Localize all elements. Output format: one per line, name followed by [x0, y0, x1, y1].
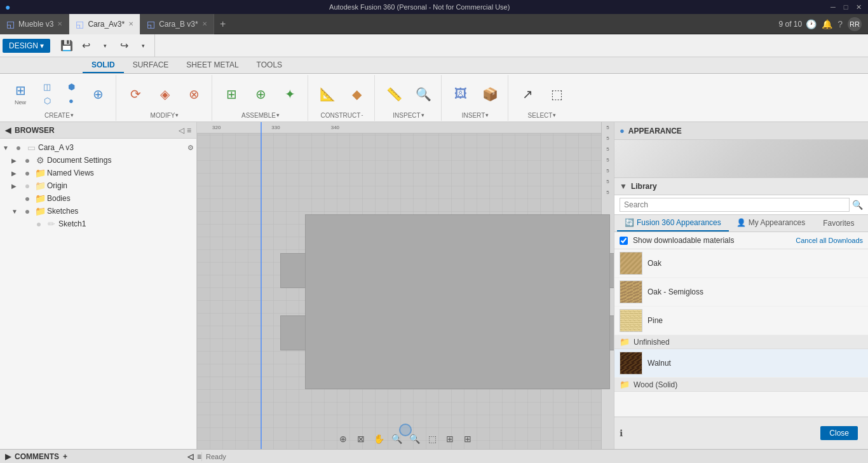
ribbon-btn-more-create[interactable]: ⊕: [84, 78, 112, 111]
comments-menu-btn[interactable]: ≡: [197, 452, 201, 461]
search-icon[interactable]: 🔍: [852, 200, 863, 210]
material-item-oak[interactable]: Oak: [614, 249, 868, 278]
ribbon-btn-insert-mesh[interactable]: 🖼: [447, 78, 475, 111]
ribbon-btn-joint-origin[interactable]: ⊕: [247, 78, 275, 111]
ribbon-btn-select[interactable]: ↗: [513, 78, 541, 111]
ribbon-btn-window-select[interactable]: ⬚: [543, 78, 571, 111]
assemble-group-label[interactable]: ASSEMBLE ▾: [241, 112, 280, 119]
design-dropdown-button[interactable]: DESIGN ▾: [3, 39, 50, 53]
canvas-btn-snap[interactable]: ⊕: [336, 431, 351, 446]
tree-root-item[interactable]: ▼ ● ▭ Cara_A v3 ⚙: [0, 141, 196, 154]
material-item-oak-semi[interactable]: Oak - Semigloss: [614, 278, 868, 307]
close-appearance-button[interactable]: Close: [820, 426, 858, 440]
canvas-btn-zoom-in[interactable]: 🔍: [389, 431, 404, 446]
named-views-vis[interactable]: ●: [22, 168, 33, 178]
minimize-button[interactable]: ─: [829, 3, 837, 11]
comments-pin-btn[interactable]: ◁: [187, 452, 193, 461]
tab-mueble-close[interactable]: ✕: [57, 20, 62, 27]
modify-group-label[interactable]: MODIFY ▾: [151, 112, 179, 119]
user-avatar[interactable]: RR: [848, 17, 862, 31]
ribbon-btn-revolve[interactable]: ⬡: [36, 95, 58, 107]
library-header[interactable]: ▼ Library: [614, 178, 868, 195]
undo-dropdown[interactable]: ▾: [96, 37, 114, 55]
ribbon-btn-shell[interactable]: ⊗: [180, 78, 208, 111]
canvas-btn-select-mode[interactable]: ⊠: [353, 431, 369, 446]
comments-expand-btn[interactable]: ▶: [5, 452, 11, 461]
ribbon-btn-offset-plane[interactable]: 📐: [313, 78, 341, 111]
ribbon-btn-motion-link[interactable]: ✦: [276, 78, 304, 111]
tab-cara-av3[interactable]: ◱ Cara_Av3* ✕: [69, 14, 140, 34]
insert-group-label[interactable]: INSERT ▾: [462, 112, 489, 119]
create-group-label[interactable]: CREATE ▾: [44, 112, 74, 119]
canvas-area[interactable]: 320 330 340 5 5 5 5 5 5 5 ⊕ ⊠ ✋ 🔍 �: [197, 122, 614, 449]
ribbon-btn-loft[interactable]: ●: [60, 95, 83, 107]
bell-icon[interactable]: 🔔: [822, 19, 832, 29]
maximize-button[interactable]: □: [841, 3, 850, 11]
library-collapse-icon: ▼: [620, 182, 627, 191]
save-button[interactable]: 💾: [58, 37, 76, 55]
tab-fusion-appearances[interactable]: 🔄 Fusion 360 Appearances: [617, 215, 729, 232]
ribbon-btn-measure[interactable]: 📏: [380, 78, 408, 111]
tree-item-named-views[interactable]: ▶ ● 📁 Named Views: [0, 167, 196, 179]
material-item-pine[interactable]: Pine: [614, 307, 868, 335]
search-input[interactable]: [620, 198, 850, 212]
ribbon-btn-insert-svg[interactable]: 📦: [476, 78, 504, 111]
canvas-btn-zoom-fit[interactable]: 🔍: [407, 431, 422, 446]
origin-vis[interactable]: ●: [22, 181, 33, 191]
tab-cara-bv3-close[interactable]: ✕: [202, 20, 207, 27]
root-settings-icon[interactable]: ⚙: [187, 144, 194, 152]
browser-pin-button[interactable]: ◁: [179, 126, 184, 135]
close-button[interactable]: ✕: [854, 3, 863, 11]
info-icon[interactable]: ℹ: [620, 428, 623, 438]
construct-group-label[interactable]: CONSTRUCT -: [321, 112, 363, 119]
help-icon[interactable]: ?: [837, 19, 843, 29]
bodies-vis[interactable]: ●: [22, 193, 33, 204]
refresh-icon: 🔄: [625, 218, 634, 227]
ribbon-btn-sweep[interactable]: ⬢: [60, 81, 83, 93]
browser-nav-left[interactable]: ◀: [5, 126, 11, 135]
comments-add-btn[interactable]: +: [63, 452, 67, 461]
tab-cara-bv3[interactable]: ◱ Cara_B v3* ✕: [140, 14, 214, 34]
tree-item-origin[interactable]: ▶ ● 📁 Origin: [0, 179, 196, 192]
mode-tab-tools[interactable]: TOOLS: [248, 58, 291, 73]
tree-item-sketches[interactable]: ▼ ● 📁 Sketches: [0, 205, 196, 218]
canvas-btn-pan[interactable]: ✋: [371, 431, 386, 446]
redo-button[interactable]: ↪: [115, 37, 133, 55]
material-item-walnut[interactable]: Walnut: [614, 349, 868, 378]
ribbon-btn-new-component[interactable]: ⊞ New: [6, 78, 34, 111]
ribbon-btn-section-analysis[interactable]: 🔍: [409, 78, 437, 111]
browser-options-button[interactable]: ≡: [187, 126, 191, 135]
ribbon-btn-axis[interactable]: ◆: [342, 78, 370, 111]
tab-mueble[interactable]: ◱ Mueble v3 ✕: [0, 14, 69, 34]
show-downloadable-checkbox[interactable]: [620, 237, 628, 245]
tab-favorites[interactable]: Favorites: [815, 216, 862, 231]
inspect-group-label[interactable]: INSPECT ▾: [393, 112, 424, 119]
select-group-label[interactable]: SELECT ▾: [528, 112, 557, 119]
mode-tab-solid[interactable]: SOLID: [83, 58, 124, 73]
add-tab-button[interactable]: +: [214, 15, 232, 33]
ribbon-btn-press-pull[interactable]: ⟳: [121, 78, 149, 111]
sketches-vis[interactable]: ●: [22, 206, 33, 216]
ribbon-btn-fillet[interactable]: ◈: [151, 78, 179, 111]
section-unfinished[interactable]: 📁 Unfinished: [614, 335, 868, 349]
canvas-btn-more[interactable]: ⊞: [460, 431, 475, 446]
mode-tab-surface[interactable]: SURFACE: [124, 58, 178, 73]
sketch1-vis[interactable]: ●: [33, 219, 44, 229]
canvas-btn-grid[interactable]: ⊞: [442, 431, 458, 446]
ribbon-btn-new-joint[interactable]: ⊞: [217, 78, 245, 111]
tab-my-appearances[interactable]: 👤 My Appearances: [729, 215, 813, 232]
ribbon-btn-extrude[interactable]: ◫: [36, 81, 58, 93]
tab-cara-av3-close[interactable]: ✕: [128, 20, 133, 27]
library-section: ▼ Library 🔍 🔄 Fusion 360 Appearances 👤 M…: [614, 178, 868, 417]
section-wood-solid[interactable]: 📁 Wood (Solid): [614, 378, 868, 392]
canvas-btn-display-mode[interactable]: ⬚: [424, 431, 440, 446]
mode-tab-sheet-metal[interactable]: SHEET METAL: [177, 58, 247, 73]
undo-button[interactable]: ↩: [77, 37, 95, 55]
cancel-downloads-link[interactable]: Cancel all Downloads: [796, 237, 863, 244]
tree-item-bodies[interactable]: ● 📁 Bodies: [0, 192, 196, 205]
tree-item-sketch1[interactable]: ● ✏ Sketch1: [0, 218, 196, 230]
tree-item-doc-settings[interactable]: ▶ ● ⚙ Document Settings: [0, 154, 196, 167]
clock-icon[interactable]: 🕐: [806, 19, 817, 29]
root-visibility-icon[interactable]: ●: [13, 142, 24, 153]
redo-dropdown[interactable]: ▾: [134, 37, 152, 55]
